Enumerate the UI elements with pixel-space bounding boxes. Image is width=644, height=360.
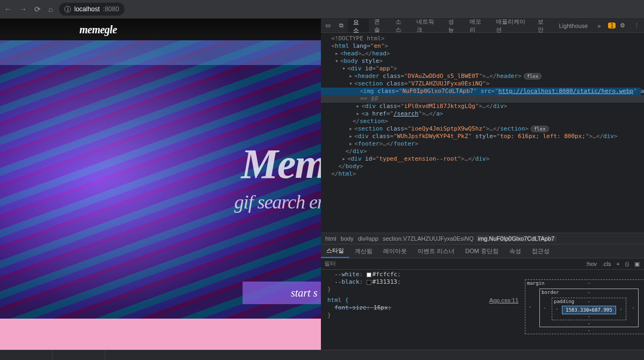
hero-subtitle: gif search en (234, 191, 321, 213)
home-icon[interactable]: ⌂ (48, 5, 53, 13)
box-model-content: 1583.330×687.995 (562, 306, 616, 314)
site-info-icon[interactable]: i (64, 6, 71, 12)
subtab-styles[interactable]: 스타일 (321, 244, 349, 258)
subtab-a11y[interactable]: 접근성 (526, 244, 555, 258)
inspect-icon[interactable]: ▭ (321, 22, 335, 29)
crumb-img[interactable]: img.NuF0Ip0Glxo7CdLTApb7 (476, 235, 557, 242)
subtab-dombp[interactable]: DOM 중단점 (460, 244, 504, 258)
styles-subtabs: 스타일 계산됨 레이아웃 이벤트 리스너 DOM 중단점 속성 접근성 (321, 244, 644, 258)
css-rules[interactable]: --white: #fcfcfc; --black: #131313; } ht… (321, 270, 525, 350)
gear-icon[interactable]: ⚙ (616, 22, 630, 29)
reload-icon[interactable]: ⟳ (34, 5, 41, 13)
breadcrumb: html body div#app section.V7ZLAHZUUJFyxa… (321, 233, 644, 244)
subtab-computed[interactable]: 계산됨 (349, 244, 378, 258)
styles-body: --white: #fcfcfc; --black: #131313; } ht… (321, 270, 644, 350)
subtab-props[interactable]: 속성 (504, 244, 526, 258)
bottom-bar (0, 350, 644, 360)
crumb-html[interactable]: html (323, 235, 339, 242)
devtools-tabbar: ▭ ⧉ 요소 콘솔 소스 네트워크 성능 메모리 애플리케이션 보안 Light… (321, 19, 644, 33)
footer-strip (0, 319, 321, 350)
back-icon[interactable]: ← (4, 5, 12, 13)
kebab-icon[interactable]: ⋮ (630, 22, 644, 29)
tab-lighthouse[interactable]: Lighthouse (554, 19, 594, 32)
warning-badge[interactable]: 1 (608, 23, 616, 28)
nav-icon-group: ← → ⟳ ⌂ (4, 5, 53, 13)
tab-network[interactable]: 네트워크 (411, 19, 443, 32)
browser-address-bar: ← → ⟳ ⌂ i localhost:8080 (0, 0, 644, 19)
page-logo[interactable]: memegle (79, 24, 117, 36)
elements-tree[interactable]: <!DOCTYPE html> <html lang="en"> ▸<head>… (321, 33, 644, 233)
selected-node[interactable]: <img class="NuF0Ip0Glxo7CdLTApb7" src="h… (321, 88, 641, 95)
url-host: localhost (74, 5, 99, 13)
forward-icon[interactable]: → (19, 5, 27, 13)
hov-toggle[interactable]: :hov (586, 261, 597, 267)
tab-security[interactable]: 보안 (532, 19, 553, 32)
start-button[interactable]: start s (243, 282, 321, 304)
crumb-app[interactable]: div#app (356, 235, 381, 242)
url-port: :8080 (103, 5, 119, 13)
crumb-body[interactable]: body (339, 235, 356, 242)
new-rule-icon[interactable]: + (617, 261, 620, 267)
styles-toolbar-row: 필터 :hov .cls + ⎙ ▣ (321, 258, 644, 270)
tab-sources[interactable]: 소스 (390, 19, 411, 32)
tab-application[interactable]: 애플리케이션 (491, 19, 532, 32)
tab-memory[interactable]: 메모리 (464, 19, 491, 32)
source-link[interactable]: App.css:11 (489, 297, 518, 304)
subtab-listeners[interactable]: 이벤트 리스너 (412, 244, 460, 258)
filter-input[interactable]: 필터 (321, 258, 565, 269)
page-header: memegle (0, 19, 321, 40)
page-viewport: memegle Mem gif search en start s (0, 19, 321, 350)
styles-toolbar: :hov .cls + ⎙ ▣ (565, 258, 644, 269)
hero-title: Mem (241, 140, 321, 188)
subtab-layout[interactable]: 레이아웃 (378, 244, 412, 258)
print-icon[interactable]: ⎙ (625, 261, 629, 267)
url-box[interactable]: i localhost:8080 (59, 3, 124, 16)
hero-section: Mem gif search en start s (0, 40, 321, 319)
toggle-pane-icon[interactable]: ▣ (634, 261, 640, 268)
color-swatch-icon[interactable] (367, 272, 371, 277)
color-swatch-icon[interactable] (367, 280, 371, 285)
cls-toggle[interactable]: .cls (602, 261, 611, 267)
crumb-section[interactable]: section.V7ZLAHZUUJFyxa0EsiNQ (380, 235, 475, 242)
tab-performance[interactable]: 성능 (443, 19, 464, 32)
tabs-overflow-icon[interactable]: » (593, 23, 605, 29)
devtools-panel: ▭ ⧉ 요소 콘솔 소스 네트워크 성능 메모리 애플리케이션 보안 Light… (321, 19, 644, 350)
device-icon[interactable]: ⧉ (335, 22, 348, 29)
tab-console[interactable]: 콘솔 (369, 19, 390, 32)
tab-elements[interactable]: 요소 (348, 19, 369, 32)
inspector-highlight (0, 40, 321, 65)
box-model: margin - - - - border - - - - padding (525, 270, 644, 350)
